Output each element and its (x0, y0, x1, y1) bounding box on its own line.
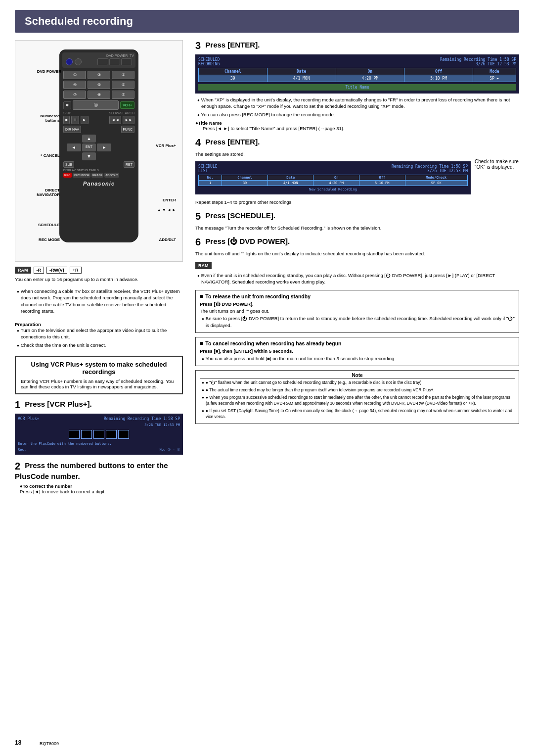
screen3-right-date: 3/26 TUE 12:53 PM (440, 62, 516, 66)
to-release-press: Press [⏻ DVD POWER]. (200, 301, 515, 307)
to-cancel-press: Press [■], then [ENTER] within 5 seconds… (200, 348, 515, 354)
screen1-header-right: Remaining Recording Time 1:58 SP (104, 417, 180, 421)
main-bullet-1: When connecting a cable TV box or satell… (15, 288, 183, 314)
note-bullet-4: ● If you set DST (Daylight Saving Time) … (200, 408, 515, 420)
cancel-label: * CANCEL (20, 153, 60, 158)
step-4: 4 Press [ENTER]. The settings are stored… (195, 137, 519, 205)
step-6-heading: 6 Press [⏻ DVD POWER]. (195, 236, 519, 248)
repeat-text: Repeat steps 1–4 to program other record… (195, 199, 519, 205)
preparation-section: Preparation Turn on the television and s… (15, 322, 183, 348)
note-bullet-3: ● When you program successive scheduled … (200, 395, 515, 407)
note-bullet-2: ● The actual time recorded may be longer… (200, 387, 515, 393)
preparation-title: Preparation (15, 322, 183, 327)
dvd-power-label: DVD POWER (22, 69, 61, 74)
note-bullet-1: ● "⏻" flashes when the unit cannot go to… (200, 380, 515, 386)
step-4-check-text: Check to make sure "OK" is displayed. (475, 159, 519, 170)
to-cancel-section: To cancel recording when recording has a… (195, 337, 519, 366)
screen1-date: 3/26 TUE 12:53 PM (18, 423, 180, 427)
vcr-plus-box: Using VCR Plus+ system to make scheduled… (15, 356, 183, 394)
note-title: Note (200, 373, 515, 378)
to-release-body: The unit turns on and "" goes out. (200, 308, 515, 314)
step-2-title: Press the numbered buttons to enter the … (15, 462, 168, 481)
step-3-title: Press [ENTER]. (205, 41, 260, 49)
ram-bullet: Even if the unit is in scheduled recordi… (195, 272, 519, 285)
screen1-bottom-right: No. ① - ① (159, 448, 180, 452)
enter-label: ENTER (163, 198, 176, 202)
doc-number: RQT8009 (40, 741, 59, 746)
step-3-number: 3 (195, 40, 201, 51)
correct-number-text: Press [◄] to move back to correct a digi… (20, 489, 183, 494)
note-box: Note ● "⏻" flashes when the unit cannot … (195, 370, 519, 424)
step3-bullet-2: You can also press [REC MODE] to change … (195, 111, 519, 118)
correct-number-label: ●To correct the number (20, 483, 183, 489)
step-5-number: 5 (195, 211, 201, 222)
ram-badge: RAM (195, 262, 212, 269)
to-release-section: To release the unit from recording stand… (195, 290, 519, 333)
step-6: 6 Press [⏻ DVD POWER]. The unit turns of… (195, 236, 519, 256)
rec-mode-label: REC MODE (20, 237, 60, 242)
intro-text: You can enter up to 16 programs up to a … (15, 277, 183, 282)
step-2-correction: ●To correct the number Press [◄] to move… (15, 483, 183, 494)
screen4-right-top: Remaining Recording Time 1:58 SP (392, 164, 468, 169)
title-name-label: ●Title Name (195, 120, 519, 126)
badge-plus-r: +R (70, 267, 82, 274)
format-badges: RAM -R -RW(V) +R (15, 267, 183, 274)
screen1-bottom-left: Rec. (18, 448, 26, 452)
screen3-title-name: Title Name (198, 84, 516, 91)
step-5-heading: 5 Press [SCHEDULE]. (195, 211, 519, 222)
step-6-body: The unit turns off and "" lights on the … (195, 251, 519, 256)
to-cancel-bullet: You can also press and hold [■] on the m… (200, 355, 515, 362)
screen3-left-bottom: RECORDING (198, 62, 220, 66)
page-title: Scheduled recording (15, 10, 519, 33)
schedule-label: SCHEDULE (20, 223, 60, 227)
step-5-title: Press [SCHEDULE]. (205, 211, 275, 220)
prep-bullet-2: Check that the time on the unit is corre… (15, 342, 183, 348)
step-4-number: 4 (195, 137, 201, 148)
step-4-heading: 4 Press [ENTER]. (195, 137, 519, 148)
step-1: 1 Press [VCR Plus+]. VCR Plus+ Remaining… (15, 399, 183, 455)
step-5-body: The message "Turn the recorder off for S… (195, 225, 519, 231)
step-4-subtitle: The settings are stored. (195, 151, 519, 157)
direct-navigator-label: DIRECTNAVIGATOR (20, 188, 60, 197)
to-cancel-title: To cancel recording when recording has a… (200, 340, 515, 347)
remote-diagram: DVD POWER TV (15, 40, 183, 262)
step-3-heading: 3 Press [ENTER]. (195, 40, 519, 51)
step-6-title: Press [⏻ DVD POWER]. (205, 237, 290, 245)
screen3-left-top: SCHEDULED (198, 57, 220, 62)
screen4-left-bottom: LIST (198, 169, 218, 173)
step-3-screen: SCHEDULED RECORDING Remaining Recording … (195, 54, 519, 94)
screen4-left-top: SCHEDULE (198, 164, 218, 169)
step-4-screen: SCHEDULE LIST Remaining Recording Time 1… (195, 161, 471, 194)
step-3: 3 Press [ENTER]. SCHEDULED RECORDING Rem… (195, 40, 519, 131)
numbered-buttons-label: Numberedbuttons (20, 114, 60, 123)
vcr-plus-body: Entering VCR Plus+ numbers is an easy wa… (21, 378, 177, 389)
screen3-right-top: Remaining Recording Time 1:58 SP (440, 57, 516, 62)
step-4-title: Press [ENTER]. (205, 138, 260, 146)
screen1-header-left: VCR Plus+ (18, 417, 39, 421)
step-5: 5 Press [SCHEDULE]. The message "Turn th… (195, 211, 519, 231)
step3-bullet-1: When "XP" is displayed in the unit's dis… (195, 96, 519, 110)
step-1-title: Press [VCR Plus+]. (25, 400, 91, 409)
step-2: 2 Press the numbered buttons to enter th… (15, 461, 183, 494)
step-2-heading: 2 Press the numbered buttons to enter th… (15, 461, 183, 480)
badge-rwv: -RW(V) (46, 267, 67, 274)
step-1-number: 1 (15, 399, 20, 411)
screen4-right-date: 3/26 TUE 12:53 PM (392, 169, 468, 173)
add-dlt-label: ADD/DLT (159, 237, 176, 242)
step-1-heading: 1 Press [VCR Plus+]. (15, 399, 183, 411)
vcr-plus-screen: VCR Plus+ Remaining Recording Time 1:58 … (15, 414, 183, 455)
prep-bullet-1: Turn on the television and select the ap… (15, 327, 183, 340)
step-6-number: 6 (195, 236, 201, 248)
ram-section: RAM Even if the unit is in scheduled rec… (195, 262, 519, 285)
vcr-plus-title: Using VCR Plus+ system to make scheduled… (21, 361, 177, 376)
to-release-title: To release the unit from recording stand… (200, 293, 515, 300)
badge-ram: RAM (15, 267, 31, 274)
page-number: 18 (15, 739, 21, 746)
title-name-section: ●Title Name Press [◄ ►] to select "Title… (195, 120, 519, 131)
screen1-instruction: Enter the PlusCode with the numbered but… (18, 442, 180, 446)
screen4-new-label: New Scheduled Recording (198, 188, 468, 191)
badge-r: -R (34, 267, 44, 274)
title-name-text: Press [◄ ►] to select "Title Name" and p… (195, 126, 519, 131)
step-2-number: 2 (15, 461, 20, 472)
to-release-bullet: Be sure to press [⏻ DVD POWER] to return… (200, 315, 515, 329)
